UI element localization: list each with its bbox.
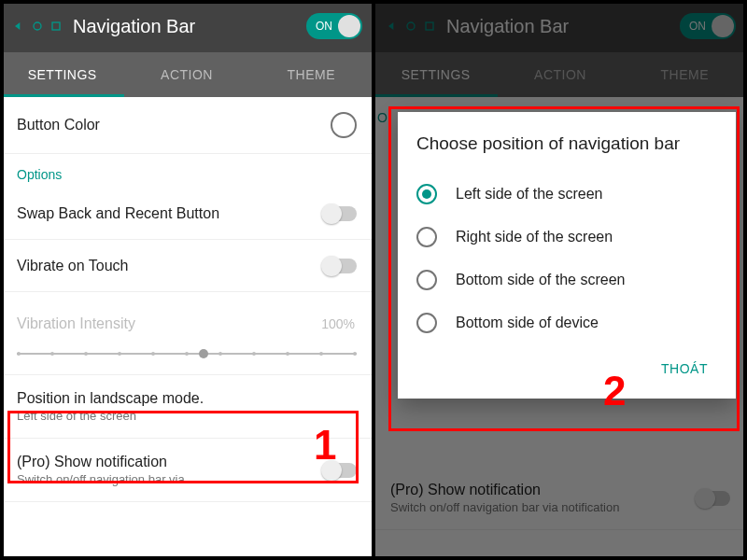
options-header: Options bbox=[0, 154, 374, 188]
svg-point-2 bbox=[407, 22, 415, 30]
panel-divider bbox=[372, 0, 375, 560]
vibrate-switch[interactable] bbox=[323, 259, 357, 273]
slider-thumb[interactable] bbox=[199, 349, 208, 358]
tab-settings[interactable]: SETTINGS bbox=[0, 52, 124, 97]
row-swap-buttons[interactable]: Swap Back and Recent Button bbox=[0, 188, 374, 240]
highlight-step1 bbox=[7, 411, 359, 483]
settings-screen-step1: Navigation Bar ON SETTINGS ACTION THEME … bbox=[0, 0, 374, 560]
recent-square-icon bbox=[49, 19, 63, 34]
app-topbar-r: Navigation Bar ON bbox=[374, 0, 747, 52]
master-toggle-r[interactable]: ON bbox=[680, 13, 736, 39]
row-button-color[interactable]: Button Color bbox=[0, 97, 374, 154]
svg-rect-3 bbox=[426, 22, 433, 30]
toggle-knob bbox=[338, 15, 360, 37]
row-vibration-intensity: Vibration Intensity 100% bbox=[0, 292, 374, 344]
toggle-on-label: ON bbox=[316, 20, 332, 33]
pro-notif-switch-r[interactable] bbox=[697, 491, 730, 506]
svg-point-0 bbox=[34, 22, 41, 30]
toggle-on-label-r: ON bbox=[689, 20, 706, 33]
vibration-slider[interactable] bbox=[0, 344, 374, 374]
nav-icons-r bbox=[385, 19, 437, 34]
position-title: Position in landscape mode. bbox=[17, 390, 204, 407]
tab-theme-r[interactable]: THEME bbox=[623, 52, 747, 97]
step2-number: 2 bbox=[603, 368, 626, 414]
color-swatch-icon bbox=[331, 112, 357, 138]
home-circle-icon bbox=[403, 19, 418, 34]
toggle-knob-r bbox=[712, 15, 734, 37]
vibration-intensity-label: Vibration Intensity bbox=[17, 315, 135, 332]
settings-screen-step2: Navigation Bar ON SETTINGS ACTION THEME … bbox=[374, 0, 747, 560]
tab-bar: SETTINGS ACTION THEME bbox=[0, 52, 374, 97]
swap-label: Swap Back and Recent Button bbox=[17, 205, 219, 222]
tab-action[interactable]: ACTION bbox=[124, 52, 248, 97]
vibration-intensity-value: 100% bbox=[321, 316, 357, 331]
row-pro-notification-r[interactable]: (Pro) Show notification Switch on/off na… bbox=[374, 467, 747, 530]
row-vibrate[interactable]: Vibrate on Touch bbox=[0, 240, 374, 292]
svg-rect-1 bbox=[52, 22, 60, 30]
master-toggle[interactable]: ON bbox=[306, 13, 362, 39]
tab-theme[interactable]: THEME bbox=[249, 52, 374, 97]
button-color-label: Button Color bbox=[17, 117, 100, 133]
home-circle-icon bbox=[30, 19, 45, 34]
vibrate-label: Vibrate on Touch bbox=[17, 258, 129, 274]
tab-action-r[interactable]: ACTION bbox=[498, 52, 622, 97]
tab-settings-r[interactable]: SETTINGS bbox=[374, 52, 498, 97]
step1-number: 1 bbox=[314, 422, 336, 469]
swap-switch[interactable] bbox=[323, 206, 357, 221]
nav-icons bbox=[11, 19, 63, 34]
app-topbar: Navigation Bar ON bbox=[0, 0, 374, 52]
pro-notif-label-r: (Pro) Show notification bbox=[390, 482, 619, 498]
pro-notif-sub-r: Switch on/off navigation bar via notific… bbox=[390, 500, 619, 514]
tab-bar-r: SETTINGS ACTION THEME bbox=[374, 52, 747, 97]
highlight-step2 bbox=[388, 106, 740, 431]
app-title-r: Navigation Bar bbox=[446, 16, 670, 37]
app-title: Navigation Bar bbox=[73, 16, 297, 37]
back-triangle-icon bbox=[11, 19, 26, 34]
back-triangle-icon bbox=[385, 19, 400, 34]
recent-square-icon bbox=[422, 19, 437, 34]
